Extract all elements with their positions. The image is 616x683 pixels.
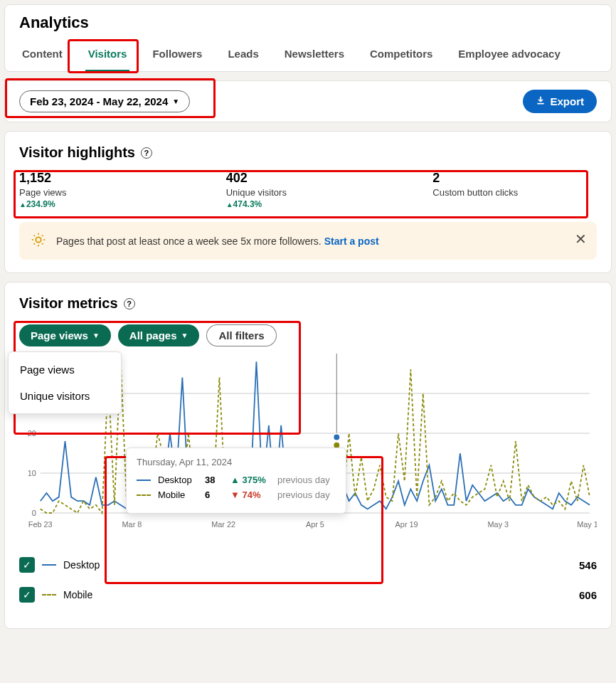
legend-checkbox-mobile[interactable]: ✓ (19, 587, 35, 603)
tooltip-value: 38 (205, 475, 226, 485)
tab-content[interactable]: Content (19, 42, 65, 71)
annotation-box (68, 39, 139, 73)
svg-text:May 17: May 17 (577, 520, 597, 529)
annotation-box (14, 170, 588, 218)
dropdown-option-unique-visitors[interactable]: Unique visitors (9, 383, 121, 409)
tooltip-value: 6 (205, 489, 226, 500)
legend-total: 606 (579, 589, 597, 601)
svg-text:10: 10 (28, 469, 36, 477)
tooltip-delta: ▲ 375% (230, 475, 273, 485)
tooltip-row-mobile: Mobile 6 ▼ 74% previous day (137, 489, 336, 500)
svg-text:0: 0 (32, 509, 36, 517)
close-icon[interactable]: ✕ (575, 231, 587, 248)
legend-label: Desktop (63, 559, 100, 571)
section-title-text: Visitor metrics (19, 295, 118, 312)
metric-dropdown-popover: Page views Unique visitors (8, 351, 122, 414)
page-title: Analytics (19, 14, 597, 32)
export-button[interactable]: Export (523, 90, 597, 113)
svg-point-17 (333, 434, 340, 441)
help-icon[interactable]: ? (141, 147, 152, 159)
svg-text:Apr 19: Apr 19 (395, 520, 418, 529)
tooltip-suffix: previous day (277, 475, 336, 485)
tooltip-delta: ▼ 74% (230, 489, 273, 500)
tooltip-suffix: previous day (277, 489, 336, 500)
tooltip-series: Desktop (158, 475, 201, 485)
tab-leads[interactable]: Leads (225, 42, 261, 71)
section-title: Visitor highlights ? (5, 132, 611, 166)
help-icon[interactable]: ? (124, 298, 135, 309)
analytics-header: Analytics Content Visitors Followers Lea… (4, 4, 612, 72)
export-label: Export (550, 95, 584, 107)
chart-tooltip: Thursday, Apr 11, 2024 Desktop 38 ▲ 375%… (126, 448, 346, 514)
legend-total: 546 (579, 559, 597, 571)
tooltip-date: Thursday, Apr 11, 2024 (137, 457, 336, 467)
toolbar: Feb 23, 2024 - May 22, 2024 ▼ Export (4, 80, 612, 122)
tooltip-series: Mobile (158, 489, 201, 500)
series-swatch-solid (42, 564, 56, 566)
visitor-highlights-card: Visitor highlights ? 1,152 Page views ▲2… (4, 131, 612, 273)
tab-newsletters[interactable]: Newsletters (282, 42, 347, 71)
annotation-box (5, 78, 216, 118)
dropdown-option-page-views[interactable]: Page views (9, 356, 121, 383)
notice-banner: Pages that post at least once a week see… (19, 222, 597, 260)
tab-competitors[interactable]: Competitors (367, 42, 435, 71)
svg-text:Feb 23: Feb 23 (28, 520, 53, 529)
up-arrow-icon: ▲ (230, 475, 242, 485)
tab-followers[interactable]: Followers (149, 42, 205, 71)
legend-label: Mobile (63, 589, 92, 600)
series-swatch-dashed (42, 594, 56, 595)
down-arrow-icon: ▼ (230, 489, 242, 500)
tab-employee-advocacy[interactable]: Employee advocacy (455, 42, 563, 71)
svg-point-0 (36, 237, 41, 242)
start-post-link[interactable]: Start a post (324, 235, 379, 247)
notice-text: Pages that post at least once a week see… (56, 235, 379, 247)
series-swatch-solid (137, 480, 151, 481)
visitor-metrics-card: Visitor metrics ? Page views ▼ All pages… (4, 282, 612, 629)
lightbulb-icon (31, 232, 46, 250)
legend-checkbox-desktop[interactable]: ✓ (19, 557, 35, 573)
svg-text:May 3: May 3 (488, 520, 509, 529)
tooltip-row-desktop: Desktop 38 ▲ 375% previous day (137, 475, 336, 485)
download-icon (536, 95, 546, 107)
section-title: Visitor metrics ? (5, 282, 611, 317)
legend-row-mobile: ✓ Mobile 606 (19, 580, 597, 610)
series-swatch-dashed (137, 494, 151, 496)
section-title-text: Visitor highlights (19, 144, 135, 161)
